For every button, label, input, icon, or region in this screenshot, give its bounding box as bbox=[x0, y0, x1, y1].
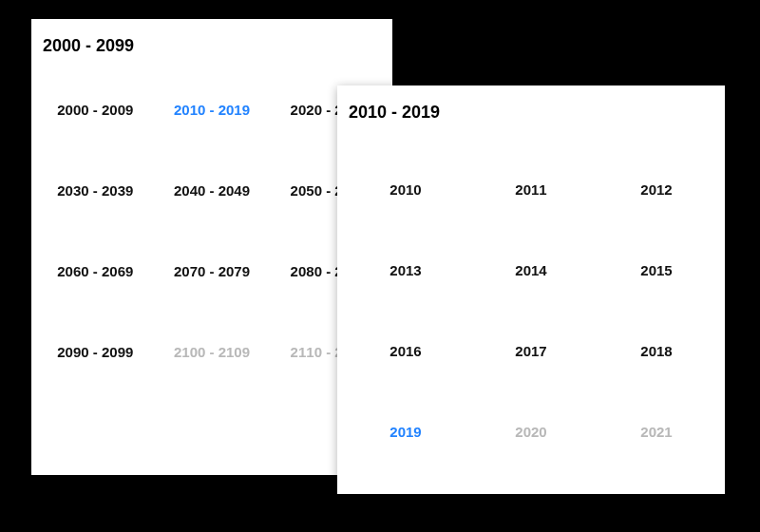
decade-range-cell[interactable]: 2030 - 2039 bbox=[39, 179, 152, 202]
year-cell[interactable]: 2018 bbox=[596, 339, 717, 363]
century-range-title[interactable]: 2000 - 2099 bbox=[31, 19, 392, 73]
decade-range-cell[interactable]: 2070 - 2079 bbox=[156, 259, 269, 283]
year-cell[interactable]: 2015 bbox=[596, 258, 717, 282]
decade-picker-panel: 2010 - 2019 2010 2011 2012 2013 2014 201… bbox=[337, 86, 725, 494]
decade-range-cell[interactable]: 2100 - 2109 bbox=[156, 340, 269, 364]
year-cell[interactable]: 2017 bbox=[470, 339, 592, 363]
year-cell[interactable]: 2011 bbox=[470, 178, 592, 201]
decade-range-cell[interactable]: 2010 - 2019 bbox=[156, 98, 269, 122]
year-cell[interactable]: 2016 bbox=[345, 339, 466, 363]
year-cell[interactable]: 2013 bbox=[345, 258, 466, 282]
year-cell[interactable]: 2012 bbox=[596, 178, 717, 201]
decade-range-cell[interactable]: 2060 - 2069 bbox=[39, 259, 152, 283]
year-cell[interactable]: 2010 bbox=[345, 178, 466, 201]
decade-range-cell[interactable]: 2000 - 2009 bbox=[39, 98, 152, 122]
decade-grid: 2010 2011 2012 2013 2014 2015 2016 2017 … bbox=[337, 178, 725, 455]
decade-range-title[interactable]: 2010 - 2019 bbox=[337, 86, 725, 140]
decade-range-cell[interactable]: 2040 - 2049 bbox=[156, 179, 269, 202]
year-cell[interactable]: 2020 bbox=[470, 420, 592, 444]
year-cell[interactable]: 2021 bbox=[596, 420, 717, 444]
year-cell[interactable]: 2019 bbox=[345, 420, 466, 444]
year-cell[interactable]: 2014 bbox=[470, 258, 592, 282]
decade-range-cell[interactable]: 2090 - 2099 bbox=[39, 340, 152, 364]
